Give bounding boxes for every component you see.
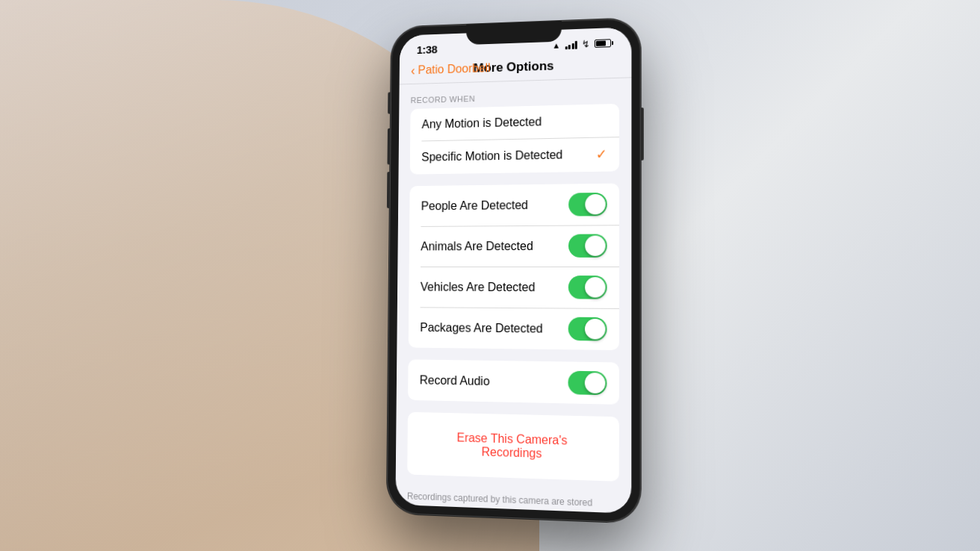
- back-button[interactable]: ‹ Patio Doorbell: [411, 60, 491, 78]
- vehicles-toggle-knob: [585, 277, 606, 297]
- specific-motion-checkmark: ✓: [596, 146, 607, 162]
- record-audio-label: Record Audio: [420, 373, 490, 388]
- battery-icon: [595, 39, 613, 48]
- people-label: People Are Detected: [421, 199, 528, 213]
- phone-wrapper: 1:38 ▲ ↯: [387, 18, 641, 523]
- people-toggle-knob: [585, 194, 605, 214]
- erase-button[interactable]: Erase This Camera's Recordings: [419, 421, 607, 472]
- record-audio-toggle[interactable]: [568, 371, 607, 396]
- status-time: 1:38: [417, 43, 438, 56]
- phone-screen: 1:38 ▲ ↯: [395, 27, 631, 514]
- erase-description: Recordings captured by this camera are s…: [395, 486, 631, 514]
- animals-row[interactable]: Animals Are Detected: [409, 225, 619, 267]
- record-audio-row[interactable]: Record Audio: [408, 359, 619, 404]
- back-label: Patio Doorbell: [418, 61, 490, 77]
- animals-toggle-knob: [585, 235, 605, 255]
- record-audio-toggle-knob: [585, 373, 606, 393]
- erase-group: Erase This Camera's Recordings: [407, 412, 619, 482]
- vehicles-label: Vehicles Are Detected: [421, 280, 536, 293]
- any-motion-row[interactable]: Any Motion is Detected: [410, 104, 619, 141]
- people-row[interactable]: People Are Detected: [409, 184, 619, 226]
- side-button-left-silent: [388, 92, 391, 113]
- vehicles-row[interactable]: Vehicles Are Detected: [409, 267, 619, 308]
- side-button-right: [641, 108, 644, 161]
- specific-motion-row[interactable]: Specific Motion is Detected ✓: [410, 137, 619, 175]
- location-icon: ▲: [552, 40, 560, 49]
- animals-toggle[interactable]: [568, 234, 607, 257]
- side-button-left-vol-up: [387, 128, 390, 165]
- wifi-icon: ↯: [582, 38, 590, 49]
- phone-device: 1:38 ▲ ↯: [387, 18, 641, 523]
- back-chevron-icon: ‹: [411, 63, 415, 78]
- phone-notch: [466, 21, 562, 45]
- people-toggle[interactable]: [568, 193, 607, 217]
- packages-row[interactable]: Packages Are Detected: [409, 307, 619, 350]
- erase-row[interactable]: Erase This Camera's Recordings: [407, 412, 619, 482]
- record-when-group: Any Motion is Detected Specific Motion i…: [410, 104, 619, 175]
- specific-motion-label: Specific Motion is Detected: [421, 149, 562, 164]
- packages-toggle-knob: [585, 319, 606, 340]
- packages-toggle[interactable]: [568, 317, 607, 341]
- side-button-left-vol-down: [387, 172, 390, 208]
- packages-label: Packages Are Detected: [420, 321, 542, 336]
- signal-icon: [565, 40, 577, 49]
- animals-label: Animals Are Detected: [421, 239, 533, 252]
- vehicles-toggle[interactable]: [568, 276, 607, 299]
- detection-types-group: People Are Detected Animals Are Detected…: [409, 184, 619, 351]
- any-motion-label: Any Motion is Detected: [422, 115, 542, 131]
- audio-group: Record Audio: [408, 359, 619, 404]
- scroll-content: RECORD WHEN Any Motion is Detected Speci…: [395, 78, 631, 514]
- status-icons: ▲ ↯: [552, 37, 613, 51]
